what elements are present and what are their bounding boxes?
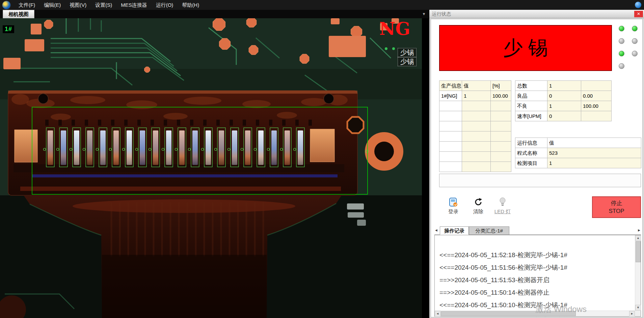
operation-log-panel: <<==2024-05-05_11:52:18-检测完毕-少锡-1# <<==2… — [434, 235, 641, 317]
horizontal-scrollbar[interactable]: ◄ ► — [435, 311, 635, 316]
camera-tab-bar: 相机视图 ▼ — [0, 10, 429, 18]
tab-operation-log[interactable]: 操作记录 — [440, 226, 469, 235]
production-table: 生产信息 值 [%] 1#[NG] 1 100.00 — [439, 80, 511, 172]
login-icon — [443, 196, 463, 208]
status-indicator — [619, 26, 624, 31]
stats-value: 1 — [547, 81, 581, 91]
prod-table-empty-cell — [439, 111, 462, 121]
led-bulb-icon — [492, 196, 513, 208]
menu-run[interactable]: 运行(O) — [152, 0, 178, 10]
stats-label: 良品 — [515, 91, 547, 101]
menu-edit[interactable]: 编辑(E) — [39, 0, 65, 10]
close-icon[interactable]: ✕ — [634, 11, 643, 17]
stop-label-cn: 停止 — [593, 199, 640, 207]
prod-table-empty-cell — [462, 162, 491, 172]
menu-file[interactable]: 文件(F) — [14, 0, 39, 10]
message-box — [439, 174, 641, 187]
prod-table-empty-cell — [462, 142, 491, 152]
status-panel-body: 少锡 生产信息 值 [%] 1#[NG] 1 100.00 总数 1 良品 0 … — [431, 19, 643, 317]
stop-label-en: STOP — [593, 207, 640, 215]
stats-label: 不良 — [515, 101, 547, 111]
stats-pct — [581, 81, 612, 91]
prod-table-empty-cell — [491, 152, 511, 162]
prod-table-empty-cell — [491, 111, 511, 121]
menu-settings[interactable]: 设置(S) — [91, 0, 116, 10]
menu-view[interactable]: 视图(V) — [65, 0, 91, 10]
prod-table-empty-cell — [439, 101, 462, 111]
clear-icon — [468, 196, 488, 208]
scroll-right-icon[interactable]: ► — [629, 311, 635, 317]
clear-label: 清除 — [468, 209, 488, 215]
tab-scroll-right-icon[interactable]: ► — [637, 228, 641, 232]
status-indicator — [632, 51, 638, 56]
prod-table-empty-cell — [439, 152, 462, 162]
prod-table-empty-cell — [439, 131, 462, 142]
prod-cell: 1#[NG] — [439, 91, 462, 101]
scroll-down-icon[interactable]: ▼ — [635, 305, 641, 311]
tab-camera-view[interactable]: 相机视图 — [3, 10, 34, 18]
prod-table-empty-cell — [491, 121, 511, 131]
log-entry: ==>>2024-05-05_11:51:53-检测器开启 — [439, 274, 635, 286]
status-indicator — [619, 63, 624, 69]
column-header: [%] — [491, 81, 511, 91]
led-light-button[interactable]: LED 灯 — [492, 196, 513, 218]
prod-table-empty-cell — [462, 101, 491, 111]
chevron-down-icon[interactable]: ▼ — [421, 10, 427, 18]
run-value: 1 — [547, 158, 641, 168]
pcb-inspection-image — [0, 18, 429, 318]
menu-help[interactable]: 帮助(H) — [178, 0, 204, 10]
stats-pct: 0.00 — [581, 91, 612, 101]
status-panel: 少锡 生产信息 值 [%] 1#[NG] 1 100.00 总数 1 良品 0 … — [429, 18, 644, 318]
status-indicator — [619, 51, 624, 56]
stats-pct — [581, 111, 612, 121]
camera-viewport: 1# NG 少锡 少锡 — [0, 18, 429, 318]
scrollbar-corner — [635, 311, 641, 316]
defect-label: 少锡 — [398, 57, 417, 66]
login-label: 登录 — [443, 209, 463, 215]
defect-annotations: 少锡 少锡 — [398, 48, 417, 66]
defect-banner-text: 少锡 — [498, 35, 553, 61]
run-value: 523 — [547, 148, 641, 158]
status-indicator — [632, 26, 638, 31]
vertical-scroll-thumb[interactable] — [636, 241, 641, 262]
tray-icon[interactable] — [635, 2, 641, 8]
tab-scroll-left-icon[interactable]: ◄ — [434, 228, 438, 232]
column-header: 生产信息 — [439, 81, 462, 91]
prod-table-empty-cell — [439, 142, 462, 152]
prod-table-empty-cell — [491, 101, 511, 111]
scroll-left-icon[interactable]: ◄ — [435, 311, 440, 317]
log-list: <<==2024-05-05_11:52:18-检测完毕-少锡-1# <<==2… — [435, 235, 635, 311]
horizontal-scroll-thumb[interactable] — [441, 311, 576, 316]
menu-mes-connector[interactable]: MES连接器 — [116, 0, 152, 10]
inspection-result-label: NG — [379, 19, 410, 38]
prod-table-empty-cell — [462, 121, 491, 131]
column-header: 运行信息 — [515, 138, 547, 148]
log-entry: ==>>2024-05-05_11:50:14-检测器停止 — [439, 286, 635, 299]
vertical-scrollbar[interactable]: ▲ ▼ — [635, 235, 641, 311]
login-button[interactable]: 登录 — [443, 196, 463, 218]
stats-label: 速率[UPM] — [515, 111, 547, 121]
prod-table-empty-cell — [439, 121, 462, 131]
clear-button[interactable]: 清除 — [468, 196, 488, 218]
scroll-up-icon[interactable]: ▲ — [635, 235, 641, 241]
app-logo-icon — [2, 1, 11, 9]
defect-label: 少锡 — [398, 48, 417, 57]
status-indicator — [632, 38, 638, 44]
log-entry: <<==2024-05-05_11:51:56-检测完毕-少锡-1# — [439, 261, 635, 274]
run-label: 程式名称 — [515, 148, 547, 158]
stats-table: 总数 1 良品 0 0.00 不良 1 100.00 速率[UPM] 0 — [515, 80, 612, 121]
station-label: 1# — [3, 25, 14, 33]
stats-value: 0 — [547, 111, 581, 121]
prod-table-empty-cell — [439, 162, 462, 172]
status-panel-title: 运行状态 — [432, 10, 451, 18]
prod-table-empty-cell — [462, 152, 491, 162]
run-label: 检测项目 — [515, 158, 547, 168]
prod-table-empty-cell — [462, 111, 491, 121]
prod-cell: 100.00 — [491, 91, 511, 101]
log-entry: <<==2024-05-05_11:52:18-检测完毕-少锡-1# — [439, 249, 635, 261]
tab-classification-summary[interactable]: 分类汇总-1# — [469, 226, 509, 235]
stop-button[interactable]: 停止 STOP — [592, 196, 641, 218]
prod-table-empty-cell — [462, 131, 491, 142]
stats-value: 0 — [547, 91, 581, 101]
status-indicator — [619, 38, 624, 44]
